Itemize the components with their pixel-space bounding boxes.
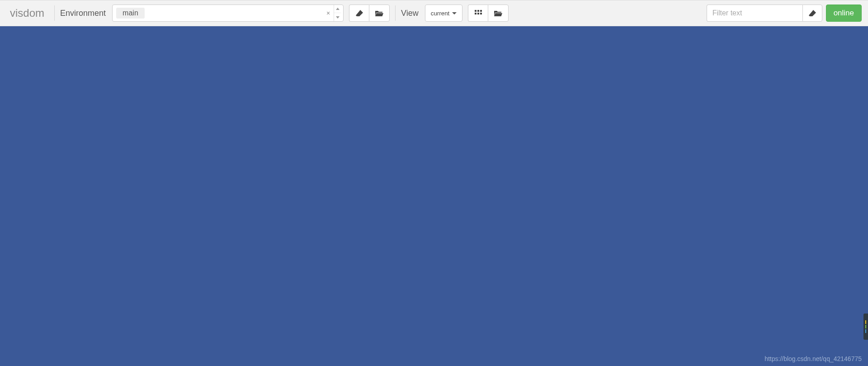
folder-open-icon <box>494 10 503 17</box>
svg-rect-5 <box>475 13 476 14</box>
view-repack-button[interactable] <box>468 5 488 22</box>
svg-marker-0 <box>336 8 340 10</box>
environment-action-group <box>349 5 390 22</box>
top-navbar: visdom Environment main × View curr <box>0 0 868 26</box>
svg-rect-3 <box>477 10 479 12</box>
folder-open-icon <box>375 10 384 17</box>
side-gadget[interactable] <box>863 314 868 340</box>
view-selected-value: current <box>431 10 449 17</box>
filter-row: online <box>707 5 862 22</box>
view-manage-button[interactable] <box>488 5 509 22</box>
chevron-down-icon <box>452 12 457 14</box>
divider <box>395 5 396 21</box>
watermark-text: https://blog.csdn.net/qq_42146775 <box>764 355 862 362</box>
environment-clear-button[interactable]: × <box>323 10 334 17</box>
connection-status-button[interactable]: online <box>826 5 862 22</box>
eraser-icon <box>808 10 816 17</box>
view-select-dropdown[interactable]: current <box>425 5 462 22</box>
divider <box>54 5 55 21</box>
environment-select[interactable]: main × <box>112 5 344 22</box>
svg-rect-4 <box>480 10 482 12</box>
view-label: View <box>401 9 420 18</box>
svg-marker-1 <box>336 16 340 19</box>
svg-rect-6 <box>477 13 479 14</box>
view-action-group <box>468 5 509 22</box>
environment-clear-button-eraser[interactable] <box>349 5 369 22</box>
caret-down-icon[interactable] <box>334 13 341 21</box>
filter-group <box>707 5 822 22</box>
environment-label: Environment <box>60 9 108 18</box>
brand-title: visdom <box>6 7 49 19</box>
eraser-icon <box>355 10 363 17</box>
environment-manage-button[interactable] <box>369 5 390 22</box>
svg-rect-7 <box>480 13 482 14</box>
svg-rect-2 <box>475 10 476 12</box>
caret-up-icon[interactable] <box>334 5 341 13</box>
environment-spinner <box>334 5 341 21</box>
environment-tag[interactable]: main <box>116 8 145 19</box>
connection-status-label: online <box>834 9 854 18</box>
filter-clear-button[interactable] <box>802 5 822 22</box>
filter-input[interactable] <box>707 5 802 22</box>
plots-canvas <box>0 26 868 366</box>
grid-icon <box>475 10 482 16</box>
